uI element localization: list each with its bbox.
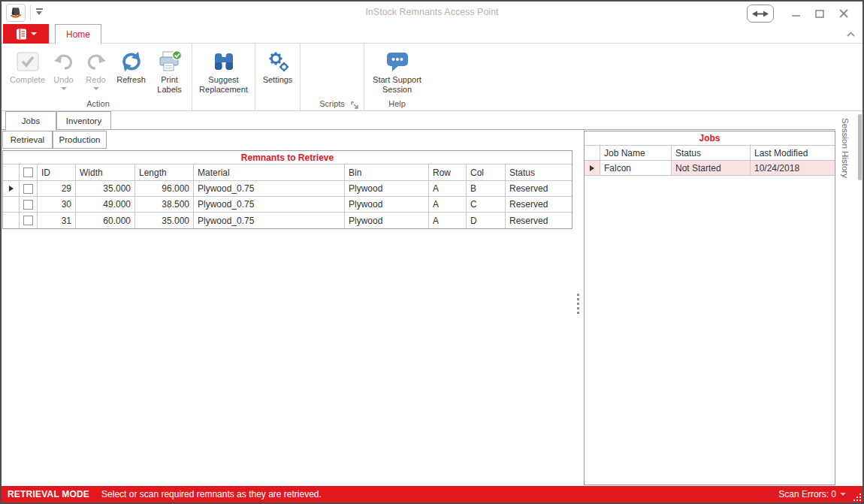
cell-last-modified[interactable]: 10/24/2018 bbox=[751, 161, 835, 176]
app-window: InStock Remnants Access Point bbox=[0, 0, 864, 504]
binoculars-icon bbox=[213, 48, 235, 75]
cell-status[interactable]: Reserved bbox=[506, 197, 572, 213]
settings-button[interactable]: Settings bbox=[257, 47, 299, 85]
cell-material[interactable]: Plywood_0.75 bbox=[194, 213, 345, 228]
row-checkbox-cell[interactable] bbox=[20, 213, 38, 228]
col-header-status[interactable]: Status bbox=[506, 164, 572, 181]
undo-button[interactable]: Undo bbox=[48, 47, 80, 90]
refresh-button[interactable]: Refresh bbox=[113, 47, 150, 85]
scan-errors-dropdown[interactable]: Scan Errors: 0 bbox=[778, 489, 846, 499]
table-row[interactable]: 30 49.000 38.500 Plywood_0.75 Plywood A … bbox=[3, 197, 572, 213]
maximize-button[interactable] bbox=[810, 6, 829, 21]
ribbon: Complete Undo bbox=[2, 44, 862, 111]
collapse-ribbon-button[interactable] bbox=[844, 29, 856, 39]
settings-label: Settings bbox=[263, 75, 293, 85]
row-arrow-icon bbox=[9, 186, 14, 192]
resize-grip[interactable] bbox=[853, 493, 861, 501]
cell-col[interactable]: C bbox=[467, 197, 506, 213]
cell-id[interactable]: 31 bbox=[38, 213, 76, 228]
cell-material[interactable]: Plywood_0.75 bbox=[194, 181, 345, 197]
double-arrow-icon bbox=[752, 10, 769, 18]
cell-status[interactable]: Reserved bbox=[506, 213, 572, 228]
suggest-replacement-label: Suggest Replacement bbox=[193, 75, 255, 95]
close-icon bbox=[839, 9, 848, 18]
cell-row[interactable]: A bbox=[429, 197, 467, 213]
mode-label: RETRIEVAL MODE bbox=[8, 489, 89, 499]
tab-retrieval[interactable]: Retrieval bbox=[2, 131, 53, 149]
chat-bubble-icon bbox=[385, 48, 410, 75]
cell-length[interactable]: 35.000 bbox=[135, 213, 194, 228]
cell-width[interactable]: 35.000 bbox=[76, 181, 135, 197]
resize-toggle-button[interactable] bbox=[747, 5, 774, 23]
minimize-button[interactable] bbox=[786, 6, 805, 21]
cell-bin[interactable]: Plywood bbox=[345, 213, 429, 228]
col-header-col[interactable]: Col bbox=[467, 164, 506, 181]
col-header-length[interactable]: Length bbox=[135, 164, 194, 181]
scripts-dialog-launcher-button[interactable] bbox=[351, 99, 359, 107]
cell-row[interactable]: A bbox=[429, 213, 467, 228]
close-button[interactable] bbox=[834, 6, 853, 21]
col-header-last-modified[interactable]: Last Modified bbox=[751, 146, 835, 161]
maximize-icon bbox=[815, 10, 824, 18]
redo-dropdown-icon[interactable] bbox=[93, 87, 99, 90]
cell-col[interactable]: D bbox=[467, 213, 506, 228]
cell-material[interactable]: Plywood_0.75 bbox=[194, 197, 345, 213]
current-row-indicator bbox=[585, 161, 600, 176]
col-header-status[interactable]: Status bbox=[672, 146, 751, 161]
row-checkbox[interactable] bbox=[23, 216, 33, 225]
row-indicator-cell bbox=[3, 213, 20, 228]
cell-col[interactable]: B bbox=[467, 181, 506, 197]
col-header-material[interactable]: Material bbox=[194, 164, 345, 181]
cell-width[interactable]: 49.000 bbox=[76, 197, 135, 213]
col-header-bin[interactable]: Bin bbox=[345, 164, 429, 181]
redo-label: Redo bbox=[86, 75, 105, 85]
col-header-id[interactable]: ID bbox=[38, 164, 76, 181]
tab-inventory[interactable]: Inventory bbox=[56, 111, 111, 130]
cell-length[interactable]: 38.500 bbox=[135, 197, 194, 213]
title-bar: InStock Remnants Access Point bbox=[2, 2, 862, 24]
row-checkbox-cell[interactable] bbox=[20, 181, 38, 197]
scan-errors-caret-icon bbox=[840, 493, 846, 496]
col-header-job-name[interactable]: Job Name bbox=[600, 146, 672, 161]
table-row[interactable]: 31 60.000 35.000 Plywood_0.75 Plywood A … bbox=[3, 213, 572, 228]
row-checkbox[interactable] bbox=[23, 184, 33, 194]
undo-dropdown-icon[interactable] bbox=[61, 87, 67, 90]
row-arrow-icon bbox=[590, 165, 594, 171]
cell-id[interactable]: 30 bbox=[38, 197, 76, 213]
ribbon-group-help: Start Support Session Help bbox=[364, 44, 430, 110]
complete-button[interactable]: Complete bbox=[8, 47, 48, 85]
start-support-session-button[interactable]: Start Support Session bbox=[366, 47, 429, 95]
table-row[interactable]: Falcon Not Started 10/24/2018 bbox=[585, 161, 835, 176]
col-header-row[interactable]: Row bbox=[429, 164, 467, 181]
status-bar: RETRIEVAL MODE Select or scan required r… bbox=[2, 486, 862, 502]
cell-row[interactable]: A bbox=[429, 181, 467, 197]
cell-status[interactable]: Not Started bbox=[672, 161, 751, 176]
start-support-session-label: Start Support Session bbox=[366, 75, 429, 95]
cell-length[interactable]: 96.000 bbox=[135, 181, 194, 197]
redo-button[interactable]: Redo bbox=[80, 47, 113, 90]
session-history-tab[interactable]: Session History bbox=[841, 118, 850, 178]
file-menu-button[interactable] bbox=[3, 24, 49, 44]
col-header-width[interactable]: Width bbox=[76, 164, 135, 181]
complete-check-icon bbox=[16, 48, 40, 75]
cell-bin[interactable]: Plywood bbox=[345, 181, 429, 197]
select-all-checkbox[interactable] bbox=[23, 167, 33, 177]
tab-production[interactable]: Production bbox=[53, 131, 107, 149]
cell-width[interactable]: 60.000 bbox=[76, 213, 135, 228]
cell-status[interactable]: Reserved bbox=[506, 181, 572, 197]
row-checkbox-cell[interactable] bbox=[20, 197, 38, 213]
print-labels-button[interactable]: Print Labels bbox=[150, 47, 189, 95]
cell-id[interactable]: 29 bbox=[38, 181, 76, 197]
row-indicator-header bbox=[585, 146, 600, 161]
undo-icon bbox=[53, 48, 75, 75]
panel-splitter[interactable] bbox=[577, 294, 579, 314]
select-all-checkbox-cell[interactable] bbox=[20, 164, 38, 181]
binder-icon bbox=[16, 29, 28, 40]
cell-job-name[interactable]: Falcon bbox=[600, 161, 672, 176]
table-row[interactable]: 29 35.000 96.000 Plywood_0.75 Plywood A … bbox=[3, 181, 572, 197]
tab-home[interactable]: Home bbox=[55, 24, 101, 44]
row-checkbox[interactable] bbox=[23, 200, 33, 210]
cell-bin[interactable]: Plywood bbox=[345, 197, 429, 213]
tab-jobs[interactable]: Jobs bbox=[5, 111, 56, 131]
suggest-replacement-button[interactable]: Suggest Replacement bbox=[193, 47, 255, 95]
